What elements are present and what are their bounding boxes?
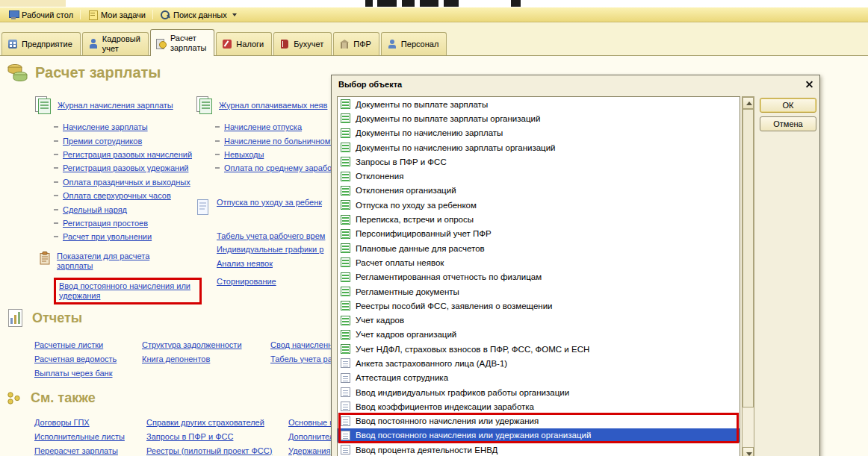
report-link[interactable]: Книга депонентов: [142, 355, 210, 363]
object-list-item[interactable]: Запросы в ПФР и ФСС: [338, 154, 740, 169]
tab-icon: [339, 39, 350, 49]
object-list-item[interactable]: Учет кадров: [338, 313, 740, 327]
nav-link[interactable]: Регистрация разовых начислений: [63, 150, 192, 159]
group-link[interactable]: Журнал оплачиваемых неяв: [219, 101, 327, 110]
close-icon[interactable]: [804, 79, 815, 90]
object-list-item[interactable]: Анкета застрахованного лица (АДВ-1): [338, 356, 740, 370]
object-label: Отклонения: [356, 172, 403, 181]
object-type-icon: [341, 229, 350, 239]
nav-link[interactable]: Регистрация простоев: [63, 219, 148, 228]
report-link[interactable]: Структура задолженности: [142, 340, 242, 349]
object-type-icon: [341, 445, 350, 455]
object-list-item[interactable]: Документы по выплате зарплаты организаци…: [338, 111, 740, 125]
absences-journal-column: Журнал оплачиваемых неяв Начисление отпу…: [196, 95, 338, 286]
object-type-icon: [341, 243, 350, 253]
report-link[interactable]: Табель учета раб: [270, 355, 337, 363]
see-also-link-item: Запросы в ПФР и ФСС: [146, 429, 272, 443]
report-link[interactable]: Выплаты через банк: [34, 369, 113, 378]
cancel-button[interactable]: Отмена: [760, 116, 816, 131]
nav-link[interactable]: Оплата праздничных и выходных: [63, 178, 190, 187]
object-label: Ввод постоянного начисления или удержани…: [356, 431, 591, 440]
object-list-item[interactable]: Документы по выплате зарплаты: [338, 97, 740, 111]
dash-marker-icon: [54, 126, 58, 128]
toolbar-separator: [152, 10, 153, 19]
list-scrollbar[interactable]: [742, 96, 754, 456]
object-list-item[interactable]: Ввод процента деятельности ЕНВД: [338, 443, 740, 456]
object-label: Документы по выплате зарплаты организаци…: [356, 114, 540, 123]
toolbar-item-my-tasks[interactable]: Мои задачи: [84, 9, 149, 20]
nav-link[interactable]: Начисление зарплаты: [63, 122, 148, 131]
object-list-item[interactable]: Персонифицированный учет ПФР: [338, 227, 740, 241]
object-label: Регламентированная отчетность по физлица…: [356, 272, 542, 281]
chevron-down-icon: [232, 13, 237, 16]
object-list-item[interactable]: Реестры пособий ФСС, заявления о возмеще…: [338, 299, 740, 313]
object-list-item[interactable]: Отклонения организаций: [338, 184, 740, 198]
nav-link[interactable]: Премии сотрудников: [63, 137, 142, 146]
object-list-item[interactable]: Отпуска по уходу за ребенком: [338, 198, 740, 212]
section-tab[interactable]: ПФР: [333, 32, 379, 55]
section-tab[interactable]: Предприятие: [1, 32, 81, 55]
object-list-item[interactable]: Ввод постоянного начисления или удержани…: [338, 428, 740, 443]
toolbar-item-desktop[interactable]: Рабочий стол: [4, 9, 77, 20]
nav-link[interactable]: Оплата сверхурочных часов: [63, 191, 171, 200]
clipped-toolbar-fragment: [365, 0, 373, 7]
object-list-item[interactable]: Ввод коэффициентов индексации заработка: [338, 399, 740, 413]
nav-link[interactable]: Сдельный наряд: [63, 205, 127, 214]
indicators-link[interactable]: Показатели для расчета зарплаты: [57, 252, 169, 271]
object-list-item[interactable]: Расчет оплаты неявок: [338, 255, 740, 269]
nav-link[interactable]: Индивидуальные графики р: [217, 245, 323, 254]
storno-link[interactable]: Сторнирование: [217, 277, 276, 286]
nav-link[interactable]: Начисление отпуска: [224, 122, 302, 131]
scroll-down-icon[interactable]: [743, 447, 754, 456]
nav-link[interactable]: Невыходы: [224, 150, 264, 159]
see-also-link[interactable]: Удержания: [288, 446, 330, 455]
permanent-accrual-link[interactable]: Ввод постоянного начисления или удержани…: [59, 281, 195, 301]
reports-links: Расчетные листкиРасчетная ведомостьВыпла…: [6, 337, 82, 382]
see-also-link[interactable]: Реестры (пилотный проект ФСС): [146, 446, 272, 455]
section-tab[interactable]: Бухучет: [273, 32, 332, 55]
document-icon: [196, 198, 211, 217]
nav-link[interactable]: Начисление по больничному: [224, 137, 335, 146]
section-tab[interactable]: Персонал: [381, 32, 447, 55]
nav-link[interactable]: Расчет при увольнении: [63, 232, 152, 241]
nav-link-item: Индивидуальные графики р: [217, 243, 338, 256]
report-link[interactable]: Расчетные листки: [34, 340, 103, 349]
object-list-item[interactable]: Регламентные документы: [338, 284, 740, 299]
clipped-toolbar-fragment: [377, 0, 397, 7]
section-header: См. также: [6, 390, 96, 406]
object-list-item[interactable]: Ввод индивидуальных графиков работы орга…: [338, 385, 740, 399]
nav-link[interactable]: Регистрация разовых удержаний: [63, 163, 188, 172]
section-tab[interactable]: Налоги: [216, 32, 272, 55]
section-tab[interactable]: Кадровый учет: [82, 32, 149, 55]
object-list-item[interactable]: Учет НДФЛ, страховых взносов в ПФР, ФСС,…: [338, 342, 740, 356]
scrollbar-thumb[interactable]: [743, 109, 754, 407]
object-list-item[interactable]: Плановые данные для расчетов: [338, 241, 740, 255]
object-list-item[interactable]: Документы по начислению зарплаты: [338, 126, 740, 140]
object-list-item[interactable]: Ввод постоянного начисления или удержани…: [338, 414, 740, 428]
nav-link[interactable]: Оплата по среднему зарабо: [224, 163, 332, 172]
report-link[interactable]: Расчетная ведомость: [34, 355, 117, 363]
childcare-leave-link[interactable]: Отпуска по уходу за ребенк: [217, 198, 322, 207]
nav-link[interactable]: Анализ неявок: [217, 259, 273, 268]
group-link[interactable]: Журнал начисления зарплаты: [58, 101, 173, 110]
see-also-link[interactable]: Запросы в ПФР и ФСС: [146, 432, 233, 441]
object-list-item[interactable]: Переписка, встречи и опросы: [338, 212, 740, 226]
object-list-item[interactable]: Отклонения: [338, 169, 740, 183]
section-tab[interactable]: Расчет зарплаты: [150, 29, 214, 56]
ok-button[interactable]: ОК: [760, 98, 816, 113]
object-list-item[interactable]: Аттестация сотрудника: [338, 371, 740, 385]
report-link-item: Книга депонентов: [142, 352, 242, 366]
object-label: Документы по начислению зарплаты: [356, 128, 503, 137]
scroll-up-icon[interactable]: [743, 97, 754, 109]
see-also-link[interactable]: Договоры ГПХ: [34, 418, 90, 427]
object-list-item[interactable]: Документы по начислению зарплаты организ…: [338, 140, 740, 154]
see-also-link[interactable]: Перерасчет зарплаты: [34, 446, 118, 455]
object-list-item[interactable]: Учет кадров организаций: [338, 328, 740, 342]
see-also-links: Договоры ГПХИсполнительные листыПерерасч…: [6, 415, 96, 456]
see-also-link[interactable]: Исполнительные листы: [34, 432, 125, 441]
section-title: Отчеты: [32, 310, 82, 326]
object-list-item[interactable]: Регламентированная отчетность по физлица…: [338, 270, 740, 284]
see-also-link[interactable]: Справки других страхователей: [146, 418, 264, 427]
nav-link[interactable]: Табель учета рабочего врем: [217, 231, 325, 240]
toolbar-item-data-search[interactable]: Поиск данных: [156, 9, 241, 20]
